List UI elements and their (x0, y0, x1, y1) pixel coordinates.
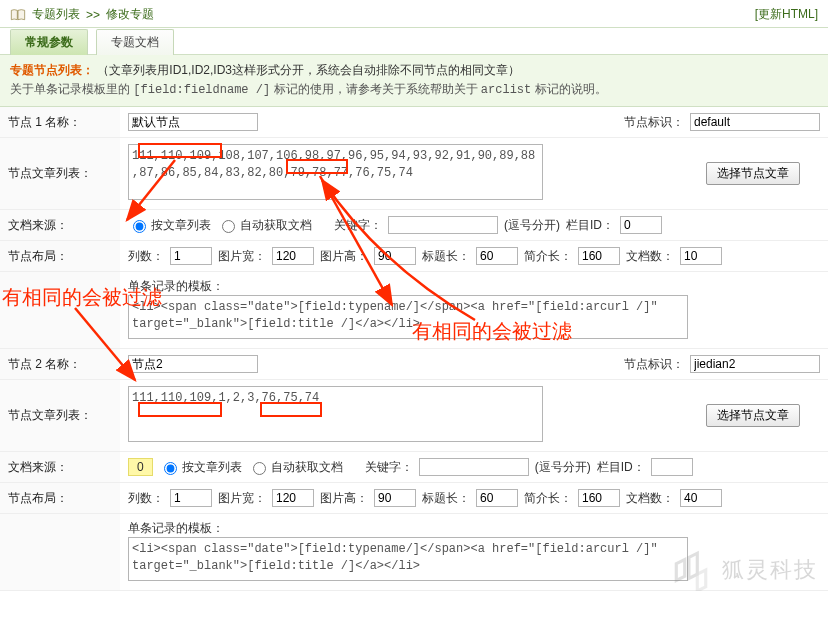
node2-ids-textarea[interactable] (128, 386, 543, 442)
template-label-2: 单条记录的模板： (128, 520, 820, 537)
keyword-label-2: 关键字： (365, 459, 413, 476)
node1-imgw-input[interactable] (272, 247, 314, 265)
node1-select-articles-button[interactable]: 选择节点文章 (706, 162, 800, 185)
node-flag-label-2: 节点标识： (624, 356, 684, 373)
breadcrumb: 专题列表 >> 修改专题 (10, 6, 154, 23)
node2-source-radio-list[interactable] (164, 462, 177, 475)
node2-column-id-input[interactable] (651, 458, 693, 476)
column-id-label-2: 栏目ID： (597, 459, 645, 476)
node1-doccount-input[interactable] (680, 247, 722, 265)
section-desc2b: 标记的使用，请参考关于系统帮助关于 (274, 82, 481, 96)
node-label: 节点 (8, 115, 32, 129)
template-label: 单条记录的模板： (128, 278, 820, 295)
node2-introlen-input[interactable] (578, 489, 620, 507)
node2-template-textarea[interactable] (128, 537, 688, 581)
node1-source-radio-list[interactable] (133, 220, 146, 233)
node1-article-list-label: 节点文章列表： (0, 138, 120, 210)
layout-label: 节点布局： (0, 241, 120, 272)
breadcrumb-sep: >> (86, 8, 100, 22)
node2-imgw-input[interactable] (272, 489, 314, 507)
node-index-2: 2 (35, 357, 42, 371)
node2-doccount-input[interactable] (680, 489, 722, 507)
node1-flag-input[interactable] (690, 113, 820, 131)
watermark-icon (670, 549, 712, 591)
node1-ids-textarea[interactable] (128, 144, 543, 200)
tab-docs[interactable]: 专题文档 (96, 29, 174, 55)
section-desc2c: 标记的说明。 (535, 82, 607, 96)
section-header: 专题节点列表： （文章列表用ID1,ID2,ID3这样形式分开，系统会自动排除不… (0, 54, 828, 107)
node2-name-input[interactable] (128, 355, 258, 373)
node1-column-id-input[interactable] (620, 216, 662, 234)
column-id-label: 栏目ID： (566, 217, 614, 234)
section-code1: [field:fieldname /] (133, 83, 270, 97)
node-index: 1 (35, 115, 42, 129)
node2-imgh-input[interactable] (374, 489, 416, 507)
node1-source-radio-auto[interactable] (222, 220, 235, 233)
section-desc2a: 关于单条记录模板里的 (10, 82, 130, 96)
node2-keyword-input[interactable] (419, 458, 529, 476)
node2-badge: 0 (128, 458, 153, 476)
breadcrumb-link-list[interactable]: 专题列表 (32, 6, 80, 23)
layout-label-2: 节点布局： (0, 483, 120, 514)
keyword-hint: (逗号分开) (504, 217, 560, 234)
node1-imgh-input[interactable] (374, 247, 416, 265)
update-html-link[interactable]: [更新HTML] (755, 6, 818, 23)
node2-select-articles-button[interactable]: 选择节点文章 (706, 404, 800, 427)
node-label-2: 节点 (8, 357, 32, 371)
watermark: 狐灵科技 (670, 549, 818, 591)
keyword-label: 关键字： (334, 217, 382, 234)
node2-titlelen-input[interactable] (476, 489, 518, 507)
node1-name-input[interactable] (128, 113, 258, 131)
node-flag-label: 节点标识： (624, 114, 684, 131)
node1-cols-input[interactable] (170, 247, 212, 265)
book-icon (10, 8, 26, 22)
node2-flag-input[interactable] (690, 355, 820, 373)
node-name-label: 名称： (45, 115, 81, 129)
node1-titlelen-input[interactable] (476, 247, 518, 265)
keyword-hint-2: (逗号分开) (535, 459, 591, 476)
breadcrumb-current: 修改专题 (106, 6, 154, 23)
source-label-2: 文档来源： (0, 452, 120, 483)
watermark-text: 狐灵科技 (722, 555, 818, 585)
node-name-label-2: 名称： (45, 357, 81, 371)
node2-source-radio-auto[interactable] (253, 462, 266, 475)
node1-template-textarea[interactable] (128, 295, 688, 339)
node2-article-list-label: 节点文章列表： (0, 380, 120, 452)
section-code2: arclist (481, 83, 531, 97)
source-label: 文档来源： (0, 210, 120, 241)
section-title: 专题节点列表： (10, 63, 94, 77)
node1-keyword-input[interactable] (388, 216, 498, 234)
tab-general[interactable]: 常规参数 (10, 29, 88, 55)
node2-cols-input[interactable] (170, 489, 212, 507)
section-desc1: （文章列表用ID1,ID2,ID3这样形式分开，系统会自动排除不同节点的相同文章… (97, 63, 520, 77)
node1-introlen-input[interactable] (578, 247, 620, 265)
